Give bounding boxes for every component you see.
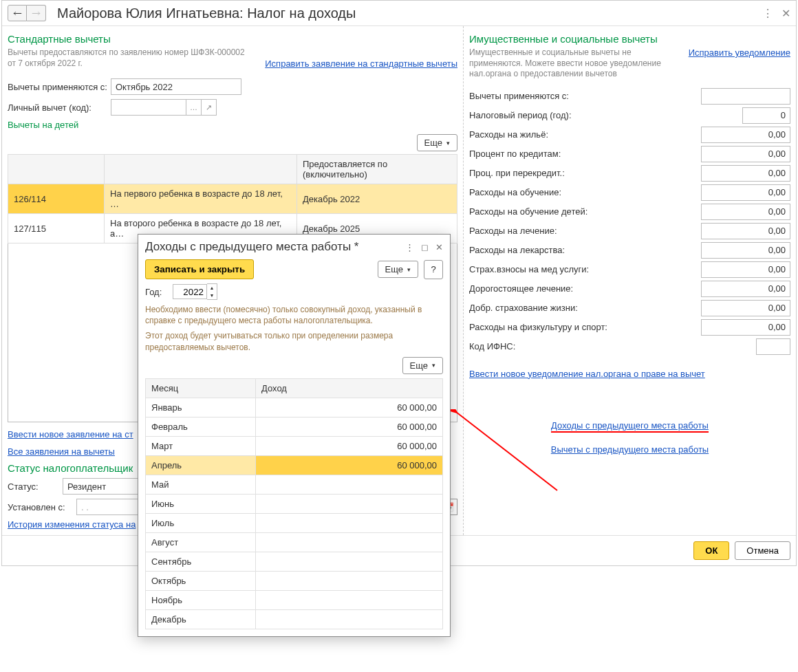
income-row[interactable]: Октябрь bbox=[146, 571, 443, 590]
personal-deduction-label: Личный вычет (код): bbox=[8, 102, 111, 113]
application-hint-1: Вычеты предоставляются по заявлению номе… bbox=[8, 47, 245, 58]
help-button[interactable]: ? bbox=[424, 260, 443, 279]
fix-application-link[interactable]: Исправить заявление на стандартные вычет… bbox=[265, 58, 457, 69]
expense-row: Расходы на лечение:0,00 bbox=[469, 223, 790, 239]
expense-label: Процент по кредитам: bbox=[469, 149, 701, 159]
expense-field[interactable]: 0,00 bbox=[701, 204, 790, 220]
expense-label: Дорогостоящее лечение: bbox=[469, 283, 701, 294]
expense-label: Расходы на обучение детей: bbox=[469, 206, 701, 217]
children-deductions-link[interactable]: Вычеты на детей bbox=[8, 120, 78, 130]
expense-row: Расходы на обучение:0,00 bbox=[469, 184, 790, 201]
applied-from-field[interactable]: Октябрь 2022 bbox=[111, 78, 241, 95]
new-notice-link[interactable]: Ввести новое уведомление нал.органа о пр… bbox=[469, 369, 705, 379]
expense-field[interactable]: 0,00 bbox=[701, 261, 790, 278]
expense-row: Дорогостоящее лечение:0,00 bbox=[469, 281, 790, 297]
expense-row: Добр. страхование жизни:0,00 bbox=[469, 300, 790, 316]
col-month: Месяц bbox=[146, 378, 256, 398]
prev-deductions-link[interactable]: Вычеты с предыдущего места работы bbox=[551, 444, 709, 455]
income-row[interactable]: Январь60 000,00 bbox=[146, 398, 443, 417]
page-title: Майорова Юлия Игнатьевна: Налог на доход… bbox=[57, 6, 762, 21]
expense-row: Проц. при перекредит.:0,00 bbox=[469, 165, 790, 182]
dialog-title: Доходы с предыдущего места работы * bbox=[145, 240, 405, 254]
application-hint-2: от 7 октября 2022 г. bbox=[8, 58, 245, 69]
income-row[interactable]: Декабрь bbox=[146, 609, 443, 629]
expense-label: Расходы на лекарства: bbox=[469, 245, 701, 255]
expense-row: Расходы на лекарства:0,00 bbox=[469, 242, 790, 259]
dialog-hint-2: Этот доход будет учитываться только при … bbox=[145, 330, 443, 352]
set-from-field[interactable]: . . bbox=[76, 499, 138, 515]
nav-forward-button[interactable]: 🡒 bbox=[27, 5, 46, 21]
expense-field[interactable]: 0,00 bbox=[701, 146, 790, 162]
all-applications-link[interactable]: Все заявления на вычеты bbox=[8, 446, 115, 457]
expense-field[interactable]: 0,00 bbox=[701, 319, 790, 336]
applied-from-label: Вычеты применяются с: bbox=[8, 82, 111, 92]
income-row[interactable]: Апрель60 000,00 bbox=[146, 455, 443, 475]
personal-deduction-field[interactable] bbox=[111, 99, 186, 116]
dialog-close-icon[interactable]: ✕ bbox=[435, 242, 443, 252]
income-row[interactable]: Февраль60 000,00 bbox=[146, 417, 443, 436]
expense-label: Расходы на физкультуру и спорт: bbox=[469, 322, 701, 332]
set-from-label: Установлен с: bbox=[8, 502, 76, 512]
income-table: Месяц Доход Январь60 000,00Февраль60 000… bbox=[145, 378, 443, 629]
year-up-button[interactable]: ▲ bbox=[207, 284, 217, 292]
year-input[interactable] bbox=[173, 284, 207, 299]
income-row[interactable]: Май bbox=[146, 475, 443, 494]
dialog-kebab-icon[interactable]: ⋮ bbox=[405, 242, 414, 252]
income-row[interactable]: Март60 000,00 bbox=[146, 436, 443, 455]
more-button[interactable]: Еще bbox=[417, 134, 457, 151]
right-applied-from-field[interactable] bbox=[701, 88, 790, 105]
standard-deductions-title: Стандартные вычеты bbox=[8, 33, 457, 45]
expense-label: Добр. страхование жизни: bbox=[469, 303, 701, 313]
tax-period-label: Налоговый период (год): bbox=[469, 110, 742, 120]
status-field[interactable]: Резидент bbox=[63, 478, 145, 495]
property-deductions-panel: Имущественные и социальные вычеты Имущес… bbox=[463, 26, 796, 535]
fix-notice-link[interactable]: Исправить уведомление bbox=[689, 47, 790, 80]
income-row[interactable]: Июнь bbox=[146, 494, 443, 513]
expense-row: Расходы на физкультуру и спорт:0,00 bbox=[469, 319, 790, 336]
expense-row: Страх.взносы на мед услуги:0,00 bbox=[469, 261, 790, 278]
right-applied-from-label: Вычеты применяются с: bbox=[469, 91, 701, 101]
dialog-maximize-icon[interactable]: ◻ bbox=[421, 242, 429, 252]
record-and-close-button[interactable]: Записать и закрыть bbox=[145, 259, 254, 279]
income-row[interactable]: Август bbox=[146, 532, 443, 552]
income-row[interactable]: Июль bbox=[146, 513, 443, 532]
expense-field[interactable]: 0,00 bbox=[701, 242, 790, 259]
expense-label: Страх.взносы на мед услуги: bbox=[469, 264, 701, 274]
expense-field[interactable]: 0,00 bbox=[701, 184, 790, 201]
expense-label: Проц. при перекредит.: bbox=[469, 168, 701, 178]
tax-period-field[interactable]: 0 bbox=[742, 107, 790, 124]
status-label: Статус: bbox=[8, 481, 63, 492]
table-row[interactable]: 126/114 На первого ребенка в возрасте до… bbox=[8, 184, 457, 214]
cancel-button[interactable]: Отмена bbox=[735, 541, 790, 560]
expense-label: Расходы на жильё: bbox=[469, 129, 701, 140]
nav-back-button[interactable]: 🡐 bbox=[8, 5, 27, 21]
col-code bbox=[8, 155, 105, 184]
income-row[interactable]: Сентябрь bbox=[146, 552, 443, 571]
property-hint: Имущественные и социальные вычеты не при… bbox=[469, 47, 676, 80]
year-down-button[interactable]: ▼ bbox=[207, 292, 217, 299]
close-icon[interactable]: ✕ bbox=[781, 7, 790, 20]
income-row[interactable]: Ноябрь bbox=[146, 590, 443, 609]
expense-field[interactable]: 0,00 bbox=[701, 165, 790, 182]
expense-row: Процент по кредитам:0,00 bbox=[469, 146, 790, 162]
ok-button[interactable]: ОК bbox=[693, 541, 729, 560]
expense-field[interactable]: 0,00 bbox=[701, 223, 790, 239]
expense-field[interactable]: 0,00 bbox=[701, 127, 790, 143]
dialog-hint-1: Необходимо ввести (помесячно) только сов… bbox=[145, 304, 443, 326]
col-income: Доход bbox=[256, 378, 443, 398]
status-history-link[interactable]: История изменения статуса на bbox=[8, 519, 136, 530]
dialog-more-button[interactable]: Еще bbox=[378, 261, 418, 278]
open-button[interactable]: ↗ bbox=[202, 99, 217, 116]
new-application-link[interactable]: Ввести новое заявление на ст bbox=[8, 429, 133, 440]
titlebar: 🡐 🡒 Майорова Юлия Игнатьевна: Налог на д… bbox=[2, 1, 796, 26]
expense-row: Расходы на обучение детей:0,00 bbox=[469, 204, 790, 220]
dialog-table-more-button[interactable]: Еще bbox=[402, 357, 443, 374]
expense-field[interactable]: 0,00 bbox=[701, 281, 790, 297]
expense-field[interactable]: 0,00 bbox=[701, 300, 790, 316]
expense-row: Расходы на жильё:0,00 bbox=[469, 127, 790, 143]
kebab-icon[interactable]: ⋮ bbox=[762, 7, 773, 20]
prev-income-dialog: Доходы с предыдущего места работы * ⋮ ◻ … bbox=[138, 234, 451, 637]
prev-income-link[interactable]: Доходы с предыдущего места работы bbox=[551, 420, 709, 433]
ifns-field[interactable] bbox=[756, 338, 790, 355]
ellipsis-button[interactable]: … bbox=[186, 99, 202, 116]
